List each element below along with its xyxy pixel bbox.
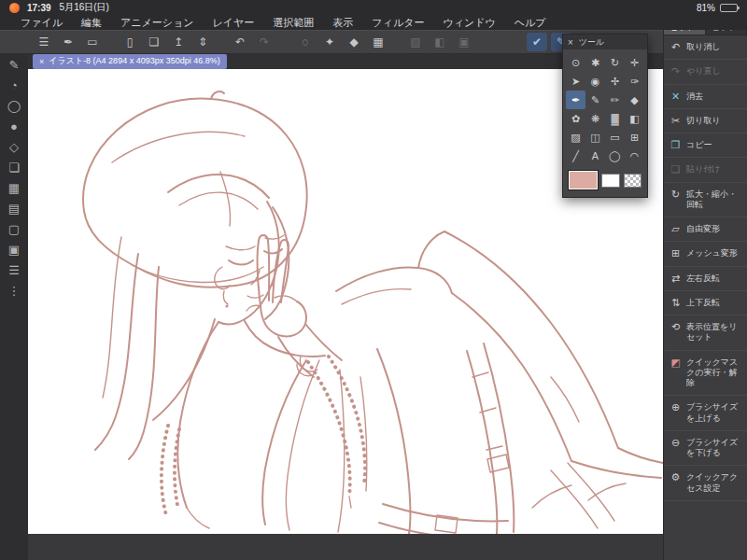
menu-item[interactable]: 表示	[323, 16, 362, 30]
color-wheel-icon[interactable]: ◔	[10, 79, 18, 91]
menu-bar: ファイル 編集 アニメーション レイヤー 選択範囲 表示 フィルター ウィンドウ…	[0, 15, 747, 30]
information-icon[interactable]: ▣	[8, 244, 20, 256]
blend-tool[interactable]: ▓	[605, 109, 625, 128]
sub-pen-tool[interactable]: ✑	[625, 72, 644, 91]
scale-rotate-icon: ↻	[669, 189, 682, 200]
move-tool[interactable]: ✛	[625, 53, 644, 72]
fill-button[interactable]: ◆	[344, 33, 364, 51]
quick-access-item[interactable]: ⇄ 左右反転	[664, 267, 747, 291]
export-button[interactable]: ↥	[168, 33, 189, 51]
tool-property-icon[interactable]: ▤	[8, 203, 20, 215]
fill-tool[interactable]: ◧	[625, 109, 644, 128]
hand-tool[interactable]: ✱	[585, 53, 605, 72]
main-menu-button[interactable]: ☰	[34, 33, 54, 51]
qa-label: 自由変形	[686, 224, 720, 234]
color-mixer-icon[interactable]: ●	[10, 120, 18, 133]
layer-list-icon[interactable]: ☰	[8, 264, 20, 276]
pen-tool[interactable]: ✒	[566, 91, 585, 109]
open-file-button[interactable]: ❏	[144, 33, 164, 51]
balloon-tool[interactable]: ◯	[605, 147, 625, 165]
menu-item[interactable]: ヘルプ	[505, 16, 556, 30]
quick-access-item[interactable]: ⊞ メッシュ変形	[664, 242, 747, 266]
tool-panel-header: × ツール	[563, 35, 647, 49]
document-tab[interactable]: × イラスト-8 (A4 2894 x 4093px 350dpi 46.8%)	[33, 54, 227, 69]
menu-item[interactable]: レイヤー	[204, 16, 264, 30]
auto-select-button[interactable]: ✦	[319, 33, 340, 51]
quick-access-item[interactable]: ✂ 切り取り	[664, 109, 747, 133]
quick-access-item[interactable]: ◩ クイックマスクの実行・解除	[664, 351, 747, 397]
eraser-tool[interactable]: ◆	[625, 91, 644, 109]
menu-item[interactable]: 選択範囲	[263, 16, 323, 30]
more-icon[interactable]: ⋮	[8, 285, 21, 297]
figure-tool[interactable]: ◫	[585, 128, 605, 147]
ruler-tool[interactable]: ╱	[566, 147, 585, 165]
main-color-swatch[interactable]	[569, 171, 598, 189]
marker-tool[interactable]: ✏	[605, 91, 625, 109]
quick-access-item[interactable]: ⊕ ブラシサイズを上げる	[664, 396, 747, 431]
color-set-icon[interactable]: ◯	[7, 100, 21, 112]
quick-access-item[interactable]: ✕ 消去	[664, 85, 747, 109]
sub-view-icon[interactable]: ▢	[8, 223, 20, 235]
pencil-tool[interactable]: ✎	[585, 91, 605, 109]
material-icon[interactable]: ◇	[9, 141, 19, 153]
qa-label: 取り消し	[686, 42, 720, 52]
gradient-tool[interactable]: ▨	[566, 128, 585, 147]
sub-color-swatch[interactable]	[601, 174, 619, 188]
qa-label: 左右反転	[686, 273, 720, 284]
frame-border-tool[interactable]: ▭	[605, 128, 625, 147]
qa-label: ブラシサイズを上げる	[686, 402, 744, 424]
swap-button[interactable]: ⇕	[192, 33, 213, 51]
decoration-tool[interactable]: ❋	[585, 109, 605, 128]
quick-access-item[interactable]: ↶ 取り消し	[664, 35, 747, 60]
current-tool-button[interactable]: ✒	[58, 33, 78, 51]
grid-tool[interactable]: ⊞	[625, 128, 644, 147]
tab-close-icon[interactable]: ×	[39, 57, 44, 66]
transparent-color-swatch[interactable]	[624, 174, 641, 188]
menu-item[interactable]: フィルター	[362, 16, 433, 30]
tool-property-button[interactable]: ▭	[82, 33, 103, 51]
menu-item[interactable]: ファイル	[11, 16, 72, 30]
frame-button[interactable]: ▦	[368, 33, 388, 51]
pen-setting-icon[interactable]: ✎	[9, 59, 20, 71]
device-button[interactable]: ▯	[120, 33, 140, 51]
tool-panel-close-icon[interactable]: ×	[568, 37, 573, 48]
quick-access-item[interactable]: ❏ 貼り付け	[664, 158, 747, 182]
menu-item[interactable]: アニメーション	[111, 16, 204, 30]
quick-access-item[interactable]: ❐ コピー	[664, 133, 747, 158]
flip-horizontal-icon: ⇄	[669, 273, 682, 284]
navigator-icon[interactable]: ▦	[8, 182, 20, 194]
select-shrink-button[interactable]: ◧	[430, 33, 450, 51]
quick-access-item[interactable]: ↻ 拡大・縮小・回転	[664, 183, 747, 218]
airbrush-tool[interactable]: ✿	[566, 109, 585, 128]
quick-access-item[interactable]: ↷ やり直し	[664, 60, 747, 84]
operation-tool[interactable]: ➤	[566, 72, 585, 91]
menu-item[interactable]: 編集	[72, 16, 111, 30]
menu-item[interactable]: ウィンドウ	[433, 16, 504, 30]
undo-button[interactable]: ↶	[230, 33, 250, 51]
quick-mask-icon: ◩	[669, 357, 682, 368]
line-correct-tool[interactable]: ✢	[605, 72, 625, 91]
qa-label: 表示位置をリセット	[686, 322, 744, 343]
confirm-button[interactable]: ✔	[527, 33, 547, 51]
quick-access-item[interactable]: ⟲ 表示位置をリセット	[664, 315, 747, 351]
eyedropper-tool[interactable]: ◉	[585, 72, 605, 91]
correction-tool[interactable]: ◠	[625, 147, 644, 165]
layer-panel-icon[interactable]: ❏	[8, 161, 20, 174]
rotate-canvas-tool[interactable]: ↻	[605, 53, 625, 72]
quick-access-item[interactable]: ⇅ 上下反転	[664, 291, 747, 315]
qa-label: 切り取り	[686, 116, 720, 126]
select-mode-button[interactable]: ▧	[405, 33, 426, 51]
zoom-tool[interactable]: ⊙	[566, 53, 585, 72]
qa-label: コピー	[686, 140, 712, 150]
document-tab-label: イラスト-8 (A4 2894 x 4093px 350dpi 46.8%)	[49, 55, 219, 67]
select-clear-button[interactable]: ▣	[454, 33, 474, 51]
quick-access-item[interactable]: ▱ 自由変形	[664, 217, 747, 242]
quick-access-item[interactable]: ⚙ クイックアクセス設定	[664, 466, 747, 501]
text-tool[interactable]: A	[585, 147, 605, 165]
quick-access-item[interactable]: ⊖ ブラシサイズを下げる	[664, 431, 747, 467]
tool-panel: × ツール ⊙ ✱ ↻ ✛ ➤ ◉ ✢ ✑ ✒ ✎ ✏ ◆ ✿ ❋	[562, 34, 648, 198]
qa-label: 貼り付け	[686, 164, 720, 175]
selection-launcher-button[interactable]: ◌	[295, 33, 316, 51]
reset-view-icon: ⟲	[669, 322, 682, 332]
redo-button[interactable]: ↷	[254, 33, 275, 51]
